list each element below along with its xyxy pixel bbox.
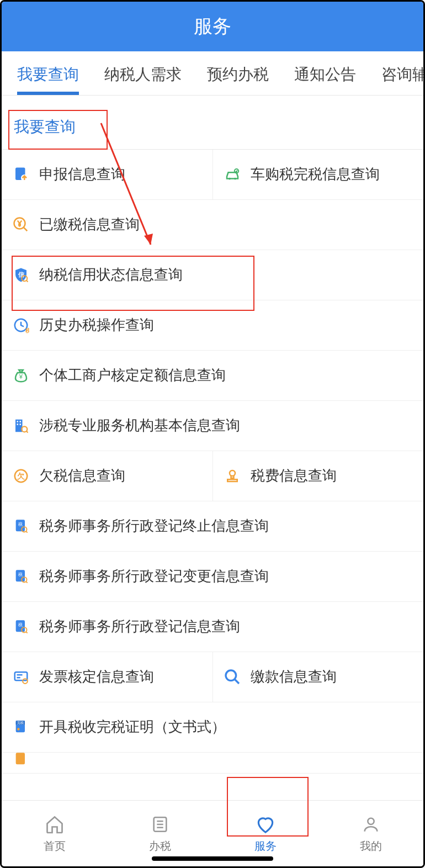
list-icon (149, 813, 171, 835)
item-vehicle-tax[interactable]: 车购税完税信息查询 (212, 150, 423, 199)
tab-label: 咨询辅 (381, 66, 423, 83)
svg-rect-14 (17, 424, 19, 425)
doc-up-icon (12, 165, 30, 184)
item-label: 发票核定信息查询 (39, 667, 154, 686)
item-label: 已缴税信息查询 (39, 215, 140, 234)
item-declare-info[interactable]: 申报信息查询 (2, 150, 212, 199)
moneybag-icon: ¥ (12, 366, 30, 385)
svg-text:税: 税 (18, 522, 23, 527)
svg-point-3 (234, 178, 236, 180)
nav-mine[interactable]: 我的 (318, 801, 423, 866)
item-firm-change[interactable]: 税 税务师事务所行政登记变更信息查询 (2, 552, 423, 601)
page-title: 服务 (194, 14, 231, 39)
item-credit-status[interactable]: 信 纳税信用状态信息查询 (2, 250, 423, 300)
tab-query[interactable]: 我要查询 (17, 53, 79, 94)
svg-point-19 (230, 470, 235, 476)
item-label: 纳税信用状态信息查询 (39, 265, 183, 284)
yen-search-icon (12, 215, 30, 234)
building-search-icon (12, 416, 30, 435)
tab-appointment[interactable]: 预约办税 (207, 53, 269, 94)
item-label: 欠税信息查询 (39, 466, 125, 485)
item-paid-tax[interactable]: 已缴税信息查询 (2, 200, 423, 250)
item-history-ops[interactable]: 税 历史办税操作查询 (2, 300, 423, 350)
item-label: 个体工商户核定定额信息查询 (39, 366, 226, 385)
shield-credit-icon: 信 (12, 266, 30, 284)
tab-label: 纳税人需求 (104, 66, 182, 83)
nav-home[interactable]: 首页 (2, 801, 107, 866)
svg-text:欠: 欠 (17, 472, 25, 480)
cert-doc-icon (12, 753, 30, 769)
svg-text:税: 税 (18, 572, 23, 577)
item-label: 税务师事务所行政登记信息查询 (39, 617, 240, 636)
item-label: 申报信息查询 (39, 165, 125, 184)
home-icon (44, 813, 66, 835)
svg-point-32 (226, 670, 236, 681)
tab-label: 我要查询 (17, 66, 79, 83)
item-label: 缴款信息查询 (251, 667, 337, 686)
car-check-icon (223, 165, 242, 184)
item-tax-fee[interactable]: 税费信息查询 (212, 451, 423, 501)
svg-rect-12 (17, 421, 19, 422)
item-firm-register[interactable]: 税 税务师事务所行政登记信息查询 (2, 602, 423, 652)
svg-rect-15 (20, 424, 22, 425)
person-icon (360, 813, 382, 835)
svg-text:税: 税 (25, 327, 30, 334)
top-tabs: 我要查询 纳税人需求 预约办税 通知公告 咨询辅 (2, 51, 423, 96)
svg-point-16 (22, 426, 27, 432)
nav-label: 我的 (360, 839, 382, 854)
tab-label: 通知公告 (294, 66, 356, 83)
svg-point-39 (368, 818, 374, 824)
doc-tax-icon: 税 (12, 617, 30, 636)
item-label: 开具税收完税证明（文书式） (39, 717, 226, 737)
owe-icon: 欠 (12, 467, 30, 485)
nav-label: 服务 (254, 839, 277, 854)
nav-label: 办税 (149, 839, 171, 854)
history-tax-icon: 税 (12, 316, 30, 335)
tab-label: 预约办税 (207, 66, 269, 83)
item-label: 税务师事务所行政登记终止信息查询 (39, 516, 269, 536)
search-icon (223, 668, 242, 686)
svg-text:税: 税 (18, 622, 23, 627)
stamp-icon (223, 467, 242, 485)
home-indicator (152, 856, 273, 861)
item-label: 车购税完税信息查询 (251, 165, 380, 184)
tab-taxpayer-needs[interactable]: 纳税人需求 (104, 53, 182, 94)
invoice-icon (12, 668, 30, 686)
svg-rect-20 (227, 479, 237, 481)
item-tax-cert-table[interactable]: 开具税收完税证明（表格式） (2, 753, 423, 774)
content-area: 我要查询 申报信息查询 车购税完税信息查询 (2, 96, 423, 800)
item-owed-tax[interactable]: 欠 欠税信息查询 (2, 451, 212, 501)
tab-consult[interactable]: 咨询辅 (381, 53, 423, 94)
item-firm-terminate[interactable]: 税 税务师事务所行政登记终止信息查询 (2, 501, 423, 551)
svg-point-36 (17, 728, 20, 731)
page-header: 服务 (2, 2, 423, 51)
item-tax-cert-doc[interactable]: 完税 开具税收完税证明（文书式） (2, 702, 423, 752)
section-header-query: 我要查询 (2, 104, 423, 150)
item-label: 税费信息查询 (251, 466, 337, 485)
tab-announcement[interactable]: 通知公告 (294, 53, 356, 94)
item-tax-service-org[interactable]: 涉税专业服务机构基本信息查询 (2, 401, 423, 451)
svg-rect-37 (16, 753, 25, 764)
heart-icon (254, 813, 277, 835)
nav-label: 首页 (44, 839, 66, 854)
item-individual-quota[interactable]: ¥ 个体工商户核定定额信息查询 (2, 351, 423, 400)
item-label: 涉税专业服务机构基本信息查询 (39, 416, 240, 435)
item-payment-info[interactable]: 缴款信息查询 (212, 652, 423, 702)
svg-point-2 (229, 178, 231, 180)
section-title: 我要查询 (14, 117, 76, 137)
item-label: 历史办税操作查询 (39, 315, 154, 335)
doc-tax-icon: 税 (12, 517, 30, 536)
item-invoice-approve[interactable]: 发票核定信息查询 (2, 652, 212, 702)
query-grid: 申报信息查询 车购税完税信息查询 已缴税信息查询 (2, 150, 423, 774)
cert-doc-icon: 完税 (12, 718, 30, 737)
item-label: 税务师事务所行政登记变更信息查询 (39, 567, 269, 586)
svg-text:¥: ¥ (19, 373, 23, 380)
svg-rect-13 (20, 421, 22, 422)
svg-text:完税: 完税 (17, 721, 24, 724)
doc-tax-icon: 税 (12, 567, 30, 586)
